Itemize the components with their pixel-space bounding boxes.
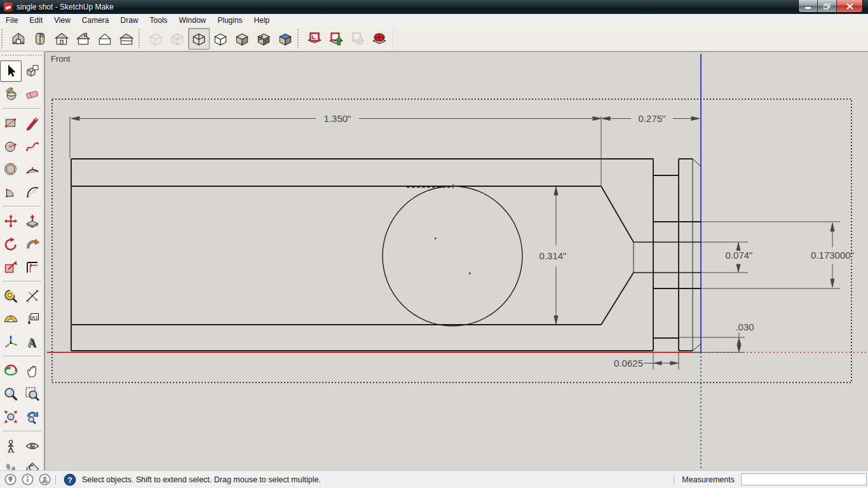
dimension-annotations[interactable]: 1.350" 0.275" 0.314" — [70, 113, 854, 370]
upload-model-button[interactable] — [325, 28, 347, 50]
menu-help[interactable]: Help — [248, 15, 276, 26]
back-edges-style-button[interactable] — [166, 28, 188, 50]
sign-in-button[interactable] — [37, 473, 51, 487]
paint-bucket-tool[interactable] — [0, 83, 22, 105]
rotate-tool[interactable] — [0, 233, 22, 255]
main-area: A1AA Front — [0, 51, 868, 470]
position-camera-tool[interactable] — [0, 435, 22, 457]
palette-group — [0, 60, 43, 105]
measurements-input[interactable] — [741, 473, 867, 485]
close-button[interactable] — [837, 0, 862, 12]
pie-tool[interactable] — [0, 181, 22, 203]
select-tool[interactable] — [0, 60, 22, 82]
axes-icon — [3, 334, 18, 349]
text-tool[interactable]: A1 — [22, 308, 43, 330]
shaded-style-button[interactable] — [231, 28, 253, 50]
guide-point — [435, 238, 437, 240]
orbit-tool[interactable] — [0, 360, 22, 382]
back-view-button[interactable] — [72, 28, 94, 50]
geolocation-button[interactable] — [3, 473, 17, 487]
select-icon — [3, 64, 18, 79]
menu-tools[interactable]: Tools — [144, 15, 173, 26]
make-component-tool[interactable] — [22, 60, 43, 82]
model-viewport[interactable]: Front — [46, 51, 868, 470]
menu-view[interactable]: View — [48, 15, 76, 26]
menu-file[interactable]: File — [0, 15, 24, 26]
pan-tool[interactable] — [22, 360, 43, 382]
rectangle-icon — [3, 116, 18, 131]
restore-button[interactable] — [818, 0, 837, 12]
title-bar[interactable]: single shot - SketchUp Make — [0, 0, 868, 14]
hidden-line-style-button[interactable] — [210, 28, 231, 50]
arc-tool[interactable] — [22, 181, 43, 203]
menu-plugins[interactable]: Plugins — [212, 15, 248, 26]
line-tool[interactable] — [22, 112, 43, 134]
wireframe-style-button[interactable] — [188, 28, 210, 50]
scale-tool[interactable] — [0, 256, 22, 278]
help-button[interactable]: ? — [63, 473, 77, 487]
text-icon: A1 — [25, 311, 40, 327]
dimension-overall-length: 1.350" — [70, 113, 601, 186]
model-info-icon — [22, 473, 34, 485]
tool-palette: A1AA — [0, 51, 45, 470]
model-info-button[interactable] — [20, 473, 34, 487]
iso-view-icon — [10, 30, 27, 47]
monochrome-style-button[interactable] — [275, 28, 296, 50]
top-view-button[interactable] — [29, 28, 51, 50]
paint-bucket-icon — [3, 86, 18, 102]
circle-tool[interactable] — [0, 135, 22, 157]
offset-tool[interactable] — [22, 256, 43, 278]
menu-window[interactable]: Window — [173, 15, 212, 26]
toolbar-panel-edge — [393, 27, 394, 50]
two-point-arc-tool[interactable] — [22, 158, 43, 180]
iso-view-button[interactable] — [8, 28, 29, 50]
upload-model-icon — [328, 30, 344, 47]
polygon-tool[interactable] — [0, 158, 22, 180]
menu-draw[interactable]: Draw — [115, 15, 144, 26]
dimension-chamber-diameter: 0.314" — [539, 187, 567, 324]
palette-group: A1AA — [0, 285, 43, 353]
zoom-previous-tool[interactable] — [22, 406, 43, 428]
palette-divider — [3, 281, 41, 282]
follow-me-tool[interactable] — [22, 233, 43, 255]
menu-edit[interactable]: Edit — [24, 15, 48, 26]
dimension-tool[interactable] — [22, 285, 43, 307]
toolbar-drag-handle[interactable] — [1, 29, 6, 48]
extension-warehouse-button[interactable] — [369, 28, 390, 50]
shaded-style-icon — [234, 30, 250, 47]
freehand-tool[interactable] — [22, 135, 43, 157]
hidden-line-style-icon — [212, 30, 229, 47]
eraser-tool[interactable] — [22, 83, 43, 105]
protractor-tool[interactable] — [0, 308, 22, 330]
shaded-textures-style-button[interactable] — [253, 28, 275, 50]
share-component-button[interactable] — [347, 28, 369, 50]
toolbar-separator[interactable] — [139, 29, 144, 48]
drawing-canvas[interactable]: Front — [46, 52, 868, 471]
move-tool[interactable] — [0, 210, 22, 232]
xray-style-button[interactable] — [145, 28, 166, 50]
right-view-button[interactable] — [116, 28, 137, 50]
rectangle-tool[interactable] — [0, 112, 22, 134]
zoom-extents-tool[interactable] — [0, 406, 22, 428]
zoom-tool[interactable] — [0, 383, 22, 405]
close-icon — [846, 3, 853, 10]
push-pull-tool[interactable] — [22, 210, 43, 232]
toolbar-separator[interactable] — [297, 29, 302, 48]
menu-camera[interactable]: Camera — [76, 15, 115, 26]
axes-tool[interactable] — [0, 331, 22, 353]
minimize-button[interactable] — [799, 0, 818, 12]
look-around-tool[interactable] — [22, 435, 43, 457]
model-geometry[interactable] — [71, 159, 701, 351]
front-view-button[interactable] — [51, 28, 72, 50]
make-component-icon — [25, 64, 40, 79]
tape-measure-tool[interactable] — [0, 285, 22, 307]
look-around-icon — [25, 438, 40, 454]
send-to-layout-button[interactable] — [304, 28, 325, 50]
guide-point — [469, 273, 471, 274]
palette-drag-handle[interactable] — [2, 55, 42, 58]
zoom-window-tool[interactable] — [22, 383, 43, 405]
orbit-icon — [3, 363, 18, 379]
3d-text-tool[interactable]: AA — [22, 331, 43, 353]
left-view-button[interactable] — [94, 28, 116, 50]
3d-text-icon: AA — [25, 334, 40, 349]
